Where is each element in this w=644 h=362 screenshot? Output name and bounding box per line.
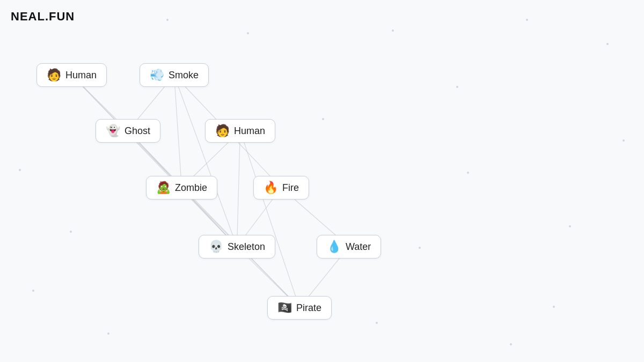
connection-line-human2-pirate: [240, 131, 300, 308]
decorative-dot: [376, 322, 378, 324]
element-node-human2[interactable]: 🧑Human: [205, 119, 275, 143]
connection-line-human2-skeleton: [237, 131, 240, 247]
decorative-dot: [606, 43, 609, 45]
element-node-pirate[interactable]: 🏴‍☠️Pirate: [267, 296, 332, 320]
decorative-dot: [392, 29, 394, 32]
element-node-ghost[interactable]: 👻Ghost: [96, 119, 160, 143]
element-node-smoke[interactable]: 💨Smoke: [140, 63, 209, 87]
water-label: Water: [346, 241, 371, 253]
human2-label: Human: [234, 125, 265, 137]
decorative-dot: [32, 290, 34, 292]
ghost-emoji: 👻: [106, 125, 120, 137]
human1-label: Human: [65, 70, 97, 81]
decorative-dot: [70, 231, 72, 233]
decorative-dot: [467, 172, 469, 174]
element-node-skeleton[interactable]: 💀Skeleton: [199, 235, 275, 258]
element-node-zombie[interactable]: 🧟Zombie: [146, 176, 217, 200]
zombie-emoji: 🧟: [156, 182, 171, 194]
decorative-dot: [19, 169, 21, 171]
connection-line-smoke-zombie: [174, 75, 182, 188]
decorative-dot: [456, 86, 458, 88]
element-node-human1[interactable]: 🧑Human: [36, 63, 107, 87]
zombie-label: Zombie: [175, 182, 207, 194]
decorative-dot: [166, 19, 169, 21]
decorative-dot: [510, 343, 512, 345]
decorative-dot: [526, 19, 528, 21]
decorative-dot: [107, 333, 109, 335]
connection-line-smoke-skeleton: [174, 75, 237, 247]
human1-emoji: 🧑: [47, 69, 61, 81]
fire-emoji: 🔥: [264, 182, 278, 194]
pirate-label: Pirate: [296, 302, 321, 314]
fire-label: Fire: [282, 182, 299, 194]
skeleton-emoji: 💀: [209, 241, 223, 253]
logo: NEAL.FUN: [11, 10, 75, 24]
water-emoji: 💧: [327, 241, 341, 253]
smoke-emoji: 💨: [150, 69, 164, 81]
connection-line-human1-skeleton: [72, 75, 237, 247]
smoke-label: Smoke: [169, 70, 199, 81]
ghost-label: Ghost: [125, 125, 150, 137]
pirate-emoji: 🏴‍☠️: [277, 302, 292, 314]
decorative-dot: [553, 306, 555, 308]
decorative-dot: [247, 32, 249, 34]
element-node-fire[interactable]: 🔥Fire: [253, 176, 309, 200]
decorative-dot: [419, 247, 421, 249]
decorative-dot: [322, 118, 324, 120]
human2-emoji: 🧑: [215, 125, 230, 137]
skeleton-label: Skeleton: [228, 241, 265, 253]
decorative-dot: [623, 139, 625, 142]
decorative-dot: [569, 225, 571, 227]
element-node-water[interactable]: 💧Water: [317, 235, 381, 258]
connection-line-ghost-pirate: [128, 131, 300, 308]
